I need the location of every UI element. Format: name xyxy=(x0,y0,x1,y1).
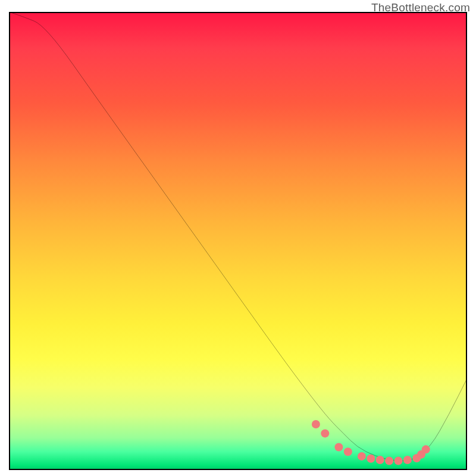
highlight-dot xyxy=(344,447,352,456)
highlight-dot xyxy=(385,457,393,465)
highlight-dot xyxy=(358,452,366,461)
highlight-dots-group xyxy=(312,420,430,465)
chart-svg xyxy=(9,12,467,470)
highlight-dot xyxy=(312,420,320,428)
highlight-dot xyxy=(367,455,375,463)
plot-area xyxy=(9,12,467,470)
highlight-dot xyxy=(394,457,402,465)
highlight-dot xyxy=(422,445,430,453)
highlight-dot xyxy=(334,443,343,451)
chart-canvas: TheBottleneck.com xyxy=(0,0,476,476)
highlight-dot xyxy=(403,456,412,464)
bottleneck-curve-path xyxy=(9,12,467,461)
highlight-dot xyxy=(376,456,384,464)
highlight-dot xyxy=(321,429,329,437)
